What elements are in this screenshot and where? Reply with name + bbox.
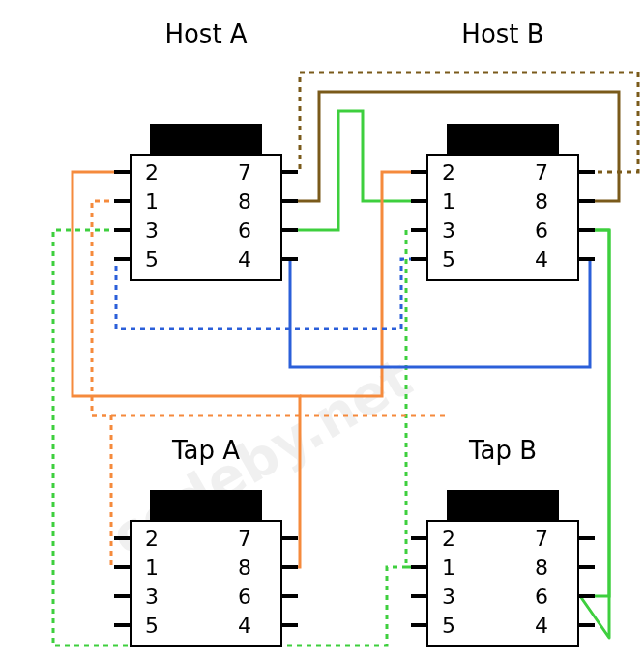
host-a-pin-r2: 6 bbox=[238, 218, 251, 243]
tap-b-pin-r0: 7 bbox=[535, 527, 548, 551]
connectors: Host A 2 1 3 5 7 8 6 4 Host B bbox=[114, 19, 595, 646]
host-a-pin-r0: 7 bbox=[238, 160, 251, 185]
connector-host-b: Host B 2 1 3 5 7 8 6 4 bbox=[411, 19, 595, 280]
host-b-pin-l0: 2 bbox=[442, 160, 455, 185]
svg-rect-0 bbox=[150, 124, 262, 155]
tap-a-pin-l1: 1 bbox=[145, 556, 159, 580]
host-a-pin-r3: 4 bbox=[238, 247, 251, 272]
svg-rect-10 bbox=[447, 124, 559, 155]
host-a-pin-l3: 5 bbox=[145, 247, 159, 272]
wire-green-solid-tapb2 bbox=[580, 230, 609, 596]
tap-a-pin-r2: 6 bbox=[238, 585, 251, 609]
wire-green-solid-tapb bbox=[580, 230, 609, 638]
tap-b-pin-l1: 1 bbox=[442, 556, 455, 580]
host-b-pin-r3: 4 bbox=[535, 247, 548, 272]
connector-host-a: Host A 2 1 3 5 7 8 6 4 bbox=[114, 19, 298, 280]
host-b-pin-l1: 1 bbox=[442, 189, 455, 214]
host-b-pin-r0: 7 bbox=[535, 160, 548, 185]
host-b-pin-r2: 6 bbox=[535, 218, 548, 243]
host-a-title: Host A bbox=[164, 19, 247, 48]
host-a-pin-l1: 1 bbox=[145, 189, 159, 214]
svg-rect-20 bbox=[150, 490, 262, 521]
wiring-diagram: codeby.net Host A bbox=[0, 0, 644, 659]
tap-a-pin-r0: 7 bbox=[238, 527, 251, 551]
host-b-title: Host B bbox=[461, 19, 543, 48]
tap-a-pin-l2: 3 bbox=[145, 585, 159, 609]
host-b-pin-l2: 3 bbox=[442, 218, 455, 243]
tap-b-pin-r1: 8 bbox=[535, 556, 548, 580]
tap-b-pin-l3: 5 bbox=[442, 614, 455, 638]
tap-a-pin-l3: 5 bbox=[145, 614, 159, 638]
tap-a-pin-l0: 2 bbox=[145, 527, 159, 551]
tap-b-pin-l2: 3 bbox=[442, 585, 455, 609]
tap-a-pin-r3: 4 bbox=[238, 614, 251, 638]
tap-b-title: Tap B bbox=[468, 436, 537, 465]
tap-a-title: Tap A bbox=[171, 436, 240, 465]
tap-b-pin-l0: 2 bbox=[442, 527, 455, 551]
host-b-pin-l3: 5 bbox=[442, 247, 455, 272]
host-b-pin-r1: 8 bbox=[535, 189, 548, 214]
tap-b-pin-r3: 4 bbox=[535, 614, 548, 638]
host-a-pin-l0: 2 bbox=[145, 160, 159, 185]
tap-b-pin-r2: 6 bbox=[535, 585, 548, 609]
host-a-pin-l2: 3 bbox=[145, 218, 159, 243]
connector-tap-b: Tap B 2 1 3 5 7 8 6 4 bbox=[411, 436, 595, 646]
svg-rect-30 bbox=[447, 490, 559, 521]
host-a-pin-r1: 8 bbox=[238, 189, 251, 214]
tap-a-pin-r1: 8 bbox=[238, 556, 251, 580]
